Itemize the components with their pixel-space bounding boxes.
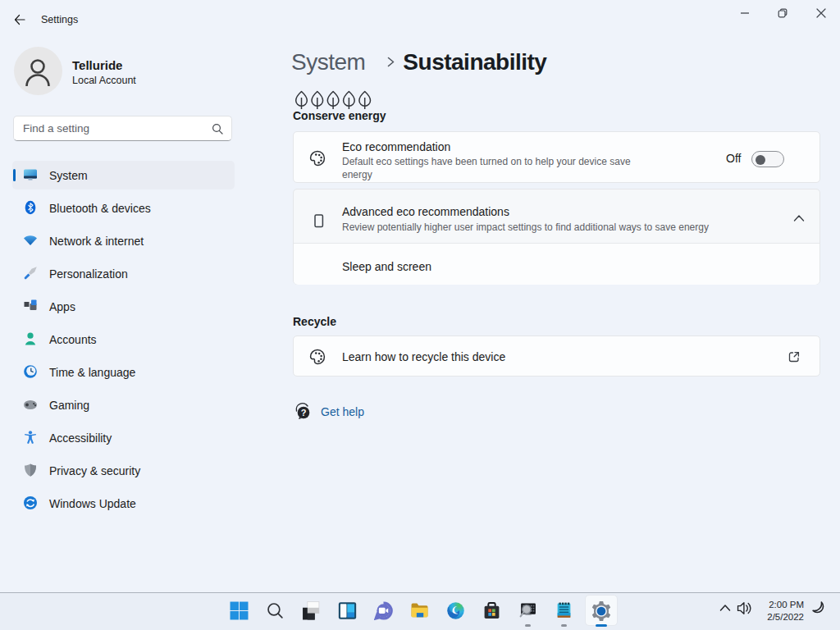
svg-text:?: ?	[301, 408, 307, 418]
